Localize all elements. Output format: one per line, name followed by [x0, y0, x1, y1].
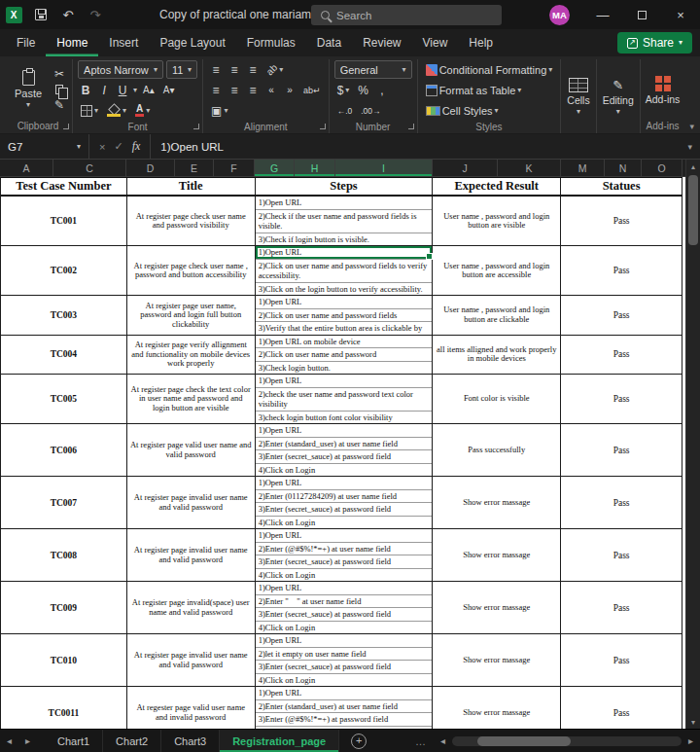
add-sheet-button[interactable]: + [351, 734, 367, 749]
column-header-E[interactable]: E [175, 160, 214, 176]
cell-styles-button[interactable]: Cell Styles▾ [423, 104, 502, 118]
close-button[interactable]: × [661, 0, 700, 29]
wrap-text-button[interactable]: ab↵ [300, 85, 324, 96]
cell-test-case-id[interactable]: TC001 [1, 197, 127, 245]
save-button[interactable] [27, 0, 54, 29]
underline-dropdown-icon[interactable]: ▾ [133, 87, 137, 94]
sheet-tab-registration_page[interactable]: Registration_page [220, 730, 339, 752]
align-right-button[interactable]: ≡ [245, 83, 261, 98]
column-header-N[interactable]: N [605, 160, 642, 176]
cell-status[interactable]: Pass [561, 529, 682, 581]
font-size-select[interactable]: 11 ▾ [166, 60, 197, 79]
cell-step[interactable]: 2)Enter " " at user name field [256, 595, 433, 609]
sheet-nav-left-icon[interactable]: ◂ [0, 735, 18, 746]
cell-title[interactable]: At register page valid user name and val… [127, 424, 256, 476]
menu-tab-formulas[interactable]: Formulas [236, 29, 306, 56]
cell-title[interactable]: At register page user name, password and… [127, 296, 256, 335]
cell-expected-result[interactable]: all items alligned and work properly in … [433, 336, 561, 375]
formula-input[interactable]: 1)Open URL [160, 141, 224, 153]
undo-button[interactable]: ↶ [54, 0, 82, 29]
cell-expected-result[interactable]: Show error massage [433, 582, 561, 633]
cell-step[interactable]: 2)let it empty on user name field [256, 648, 433, 662]
cell-step[interactable]: 4)Click on Login [256, 622, 433, 634]
comma-button[interactable]: , [374, 83, 390, 98]
merge-center-button[interactable]: ▣▾ [208, 103, 230, 119]
column-header-J[interactable]: J [433, 160, 498, 176]
horizontal-scrollbar[interactable] [452, 736, 682, 746]
cell-step[interactable]: 2)Enter (standard_user) at user name fie… [256, 438, 433, 451]
format-painter-button[interactable]: ✎ [52, 97, 67, 113]
name-box[interactable]: G7 ▾ [0, 134, 89, 159]
cell-status[interactable]: Pass [561, 246, 682, 295]
cell-step[interactable]: 4)Click on Login [256, 674, 433, 687]
cell-step[interactable]: 3)Enter (secret_sauce) at password field [256, 555, 433, 569]
scroll-up-icon[interactable]: ▴ [691, 160, 695, 173]
underline-button[interactable]: U [115, 83, 130, 98]
cell-step[interactable]: 4)Click on Login [256, 569, 433, 582]
avatar[interactable]: MA [549, 5, 570, 25]
clipboard-dialog-launcher-icon[interactable] [63, 124, 69, 129]
insert-function-icon[interactable]: fx [132, 139, 141, 154]
addins-button[interactable] [654, 75, 671, 91]
cell-step[interactable]: 2)Click on user name and password fields [256, 309, 433, 323]
conditional-formatting-button[interactable]: Conditional Formatting▾ [423, 63, 556, 77]
align-top-button[interactable]: ≡ [208, 62, 224, 78]
cell-step[interactable]: 3)check login button font color visibili… [256, 412, 433, 424]
cell-status[interactable]: Pass [561, 424, 682, 476]
expand-formula-bar-icon[interactable]: ▾ [687, 142, 692, 152]
menu-tab-insert[interactable]: Insert [98, 29, 149, 56]
cell-title[interactable]: At register page invalid(space) user nam… [127, 582, 256, 633]
cell-title[interactable]: At register page verify allignment and f… [127, 336, 256, 375]
minimize-button[interactable]: — [583, 0, 622, 29]
menu-tab-help[interactable]: Help [458, 29, 504, 56]
column-header-H[interactable]: H [295, 160, 335, 176]
column-header-I[interactable]: I [335, 160, 433, 176]
cell-test-case-id[interactable]: TC003 [1, 296, 127, 335]
cell-step[interactable]: 2)check the user name and password text … [256, 388, 433, 412]
cell-test-case-id[interactable]: TC006 [1, 424, 127, 476]
cell-test-case-id[interactable]: TC002 [1, 246, 127, 295]
sheet-tab-chart1[interactable]: Chart1 [45, 730, 103, 752]
cell-step[interactable]: 2)Enter (01127284209) at user name field [256, 490, 433, 504]
cell-status[interactable]: Pass [561, 477, 682, 528]
cell-expected-result[interactable]: User name , password and login button ar… [433, 246, 561, 295]
number-format-select[interactable]: General ▾ [334, 60, 412, 79]
cell-expected-result[interactable]: Pass successfully [433, 424, 561, 476]
cell-step[interactable]: 2)Enter (standard_user) at user name fie… [256, 700, 433, 714]
cell-step[interactable]: 3)Enter (secret_sauce) at password field [256, 503, 433, 517]
cell-step[interactable]: 1)Open URL [256, 582, 433, 595]
cell-title[interactable]: At regester page valid user name and inv… [127, 687, 256, 729]
cell-step[interactable]: 2)Click on user name and password [256, 348, 433, 362]
cell-test-case-id[interactable]: TC0011 [1, 687, 127, 729]
column-header-M[interactable]: M [561, 160, 605, 176]
column-header-O[interactable]: O [642, 160, 682, 176]
cell-title[interactable]: At register page check user name , passw… [127, 246, 256, 295]
share-button[interactable]: ↗ Share ▾ [617, 32, 692, 54]
menu-tab-data[interactable]: Data [306, 29, 352, 56]
cell-step[interactable]: 2)Check if the user name and password fi… [256, 210, 433, 233]
percent-button[interactable]: % [355, 83, 371, 98]
cell-step[interactable]: 1)Open URL [256, 529, 433, 543]
cell-step[interactable]: 4)Click on Login [256, 517, 433, 529]
cell-expected-result[interactable]: Show error massage [433, 477, 561, 528]
cell-step[interactable]: 1)Open URL [256, 634, 433, 648]
column-header-F[interactable]: F [214, 160, 255, 176]
cell-test-case-id[interactable]: TC007 [1, 477, 127, 528]
column-header-A[interactable]: A [0, 160, 53, 176]
cell-step[interactable]: 3)Enter (@#$%!*=+) at password field [256, 713, 433, 727]
cell-step[interactable]: 1)Open URL [256, 197, 433, 210]
paste-button[interactable]: Paste ▾ [9, 60, 48, 119]
italic-button[interactable]: I [96, 83, 112, 98]
cell-expected-result[interactable]: Show error massage [433, 529, 561, 581]
column-header-D[interactable]: D [126, 160, 175, 176]
cell-status[interactable]: Pass [561, 336, 682, 375]
cell-test-case-id[interactable]: TC010 [1, 634, 127, 686]
number-dialog-launcher-icon[interactable] [408, 124, 414, 129]
decrease-font-button[interactable]: A▾ [160, 84, 178, 96]
sheet-nav-right-icon[interactable]: ▸ [18, 735, 37, 746]
cell-status[interactable]: Pass [561, 197, 682, 245]
currency-button[interactable]: $▾ [334, 83, 353, 98]
cell-step[interactable]: 3)Check login button. [256, 362, 433, 375]
enter-check-icon[interactable]: ✓ [114, 140, 122, 153]
cells-group-button[interactable]: Cells ▾ [561, 59, 596, 133]
